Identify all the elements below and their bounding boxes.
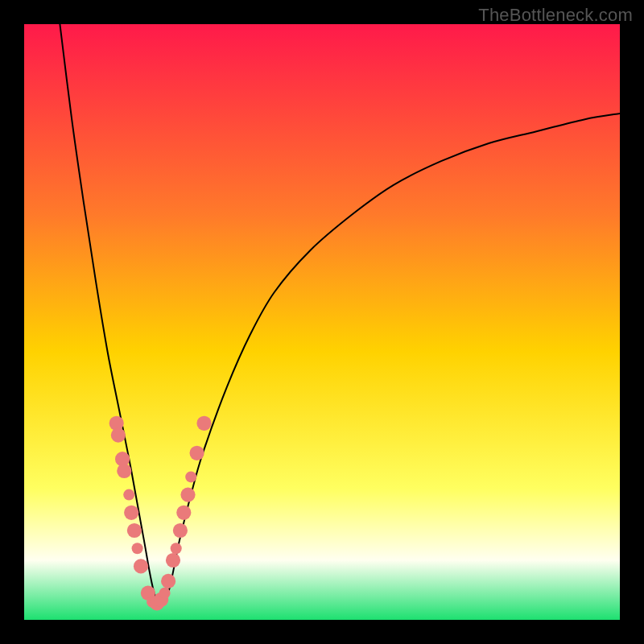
scatter-dot [173, 523, 188, 538]
scatter-dot [134, 559, 148, 573]
scatter-dot [171, 543, 182, 554]
plot-area [24, 24, 620, 620]
watermark-text: TheBottleneck.com [478, 5, 633, 26]
scatter-dot [117, 464, 131, 478]
scatter-dot [159, 588, 171, 599]
chart-frame: TheBottleneck.com [0, 0, 644, 644]
scatter-dot [127, 523, 142, 538]
chart-svg [24, 24, 620, 620]
scatter-dot [161, 574, 175, 588]
scatter-dot [123, 489, 134, 501]
scatter-dot [111, 428, 126, 443]
scatter-dot [185, 471, 196, 482]
scatter-dot [132, 543, 143, 554]
scatter-dot [190, 446, 204, 460]
scatter-dot [166, 553, 180, 568]
scatter-dot [176, 506, 191, 520]
scatter-dot [124, 506, 138, 520]
gradient-background [24, 24, 620, 620]
scatter-dot [180, 488, 195, 502]
scatter-dot [196, 416, 211, 431]
